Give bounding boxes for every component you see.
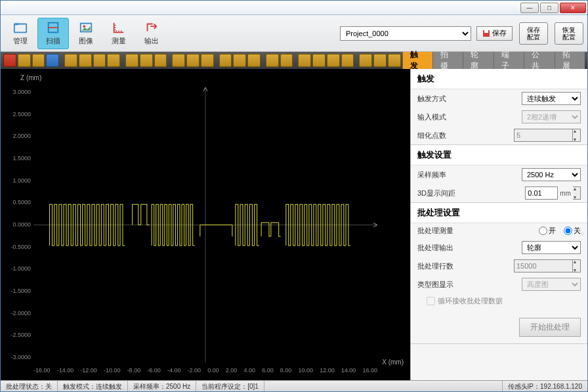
restore-config-button[interactable]: 恢复 配置 bbox=[555, 22, 583, 45]
batch-output-select[interactable]: 轮廓 bbox=[522, 241, 581, 254]
batch-section-title: 批处理设置 bbox=[411, 203, 587, 223]
loop-checkbox bbox=[427, 297, 435, 305]
tool-25[interactable] bbox=[373, 54, 387, 67]
refine-spinner bbox=[573, 129, 581, 142]
maximize-button[interactable]: □ bbox=[540, 3, 558, 13]
statusbar: 批处理状态：关 触发模式：连续触发 采样频率：2500 Hz 当前程序设定：[0… bbox=[1, 380, 587, 392]
input-mode-select: 2相2递增 bbox=[522, 110, 581, 123]
side-panel: 触发 触发方式 连续触发 输入模式 2相2递增 细化点数 触发设置 采样频率 2… bbox=[410, 69, 587, 380]
svg-rect-0 bbox=[14, 24, 26, 33]
titlebar: — □ ✕ bbox=[1, 1, 587, 15]
status-batch: 批处理状态：关 bbox=[1, 381, 58, 392]
rows-spinner bbox=[573, 259, 581, 272]
status-program: 当前程序设定：[0]1 bbox=[196, 381, 264, 392]
tab-profile[interactable]: 轮廓 bbox=[463, 52, 493, 69]
tool-15[interactable] bbox=[219, 54, 232, 67]
tool-3[interactable] bbox=[32, 54, 45, 67]
output-button[interactable]: 输出 bbox=[136, 18, 167, 49]
scan-button[interactable]: 扫描 bbox=[37, 18, 69, 49]
svg-rect-6 bbox=[484, 30, 488, 33]
tab-extend[interactable]: 拓展 bbox=[555, 52, 585, 69]
manage-label: 管理 bbox=[13, 36, 28, 46]
toolstrip: 触发 拍摄 轮廓 端子 公共 拓展 bbox=[1, 52, 587, 69]
sample-rate-select[interactable]: 2500 Hz bbox=[522, 168, 581, 181]
tool-1[interactable] bbox=[3, 54, 16, 67]
tool-2[interactable] bbox=[18, 54, 31, 67]
close-button[interactable]: ✕ bbox=[560, 3, 586, 13]
status-ip: 传感头IP：192.168.1.120 bbox=[502, 381, 587, 392]
image-button[interactable]: 图像 bbox=[70, 18, 102, 49]
project-select[interactable]: Project_0000 bbox=[340, 26, 471, 41]
tool-14[interactable] bbox=[201, 54, 214, 67]
floppy-icon bbox=[482, 30, 490, 37]
tool-16[interactable] bbox=[233, 54, 246, 67]
tool-11[interactable] bbox=[154, 54, 167, 67]
disp-spinner[interactable] bbox=[573, 186, 581, 200]
x-ticks: -16.00-14.00-12.00-10.00-8.00-6.00-4.00-… bbox=[33, 367, 377, 374]
measure-label: 测量 bbox=[112, 36, 126, 46]
tool-8[interactable] bbox=[107, 54, 120, 67]
ribbon: 管理 扫描 图像 测量 输出 Project_0000 保存 保存 配置 恢复 … bbox=[1, 15, 587, 52]
tool-12[interactable] bbox=[172, 54, 185, 67]
svg-point-4 bbox=[83, 25, 85, 28]
scan-label: 扫描 bbox=[46, 36, 60, 46]
tool-13[interactable] bbox=[186, 54, 200, 67]
tool-22[interactable] bbox=[327, 54, 340, 67]
plot-area[interactable]: Z (mm) X (mm) 3.00002.50002.00001.50001.… bbox=[1, 69, 410, 380]
minimize-button[interactable]: — bbox=[520, 3, 539, 13]
export-icon bbox=[144, 20, 159, 35]
image-label: 图像 bbox=[79, 36, 93, 46]
type-display-select: 高度图 bbox=[522, 278, 581, 291]
save-button[interactable]: 保存 bbox=[476, 26, 513, 41]
tool-19[interactable] bbox=[280, 54, 293, 67]
status-sample: 采样频率：2500 Hz bbox=[128, 381, 196, 392]
display-interval-input[interactable] bbox=[525, 186, 558, 200]
tab-capture[interactable]: 拍摄 bbox=[432, 52, 463, 69]
tool-21[interactable] bbox=[312, 54, 326, 67]
manage-button[interactable]: 管理 bbox=[5, 18, 36, 49]
batch-off-radio[interactable]: 关 bbox=[564, 226, 581, 236]
trigger-section-title: 触发 bbox=[411, 69, 587, 89]
tool-4[interactable] bbox=[46, 54, 59, 67]
folder-icon bbox=[12, 20, 28, 35]
tool-26[interactable] bbox=[388, 54, 401, 67]
tool-20[interactable] bbox=[298, 54, 311, 67]
ruler-icon bbox=[111, 20, 127, 35]
tool-10[interactable] bbox=[140, 54, 153, 67]
tool-6[interactable] bbox=[79, 54, 92, 67]
y-ticks: 3.00002.50002.00001.50001.00000.50000.00… bbox=[5, 89, 31, 360]
tab-common[interactable]: 公共 bbox=[524, 52, 554, 69]
tool-24[interactable] bbox=[359, 54, 372, 67]
measure-button[interactable]: 测量 bbox=[103, 18, 135, 49]
tool-7[interactable] bbox=[93, 54, 106, 67]
trigger-settings-title: 触发设置 bbox=[411, 145, 587, 165]
plot-svg bbox=[33, 87, 377, 362]
status-trigger: 触发模式：连续触发 bbox=[58, 381, 128, 392]
x-axis-label: X (mm) bbox=[382, 359, 404, 366]
tab-trigger[interactable]: 触发 bbox=[402, 52, 432, 69]
y-axis-label: Z (mm) bbox=[20, 74, 41, 81]
tool-17[interactable] bbox=[247, 54, 261, 67]
batch-rows-input bbox=[514, 259, 573, 272]
start-batch-button: 开始批处理 bbox=[519, 318, 581, 337]
image-icon bbox=[78, 20, 94, 35]
trigger-mode-select[interactable]: 连续触发 bbox=[522, 92, 581, 105]
tool-18[interactable] bbox=[266, 54, 279, 67]
batch-on-radio[interactable]: 开 bbox=[539, 226, 556, 236]
tab-terminal[interactable]: 端子 bbox=[494, 52, 524, 69]
output-label: 输出 bbox=[144, 36, 159, 46]
tool-23[interactable] bbox=[341, 54, 354, 67]
save-config-button[interactable]: 保存 配置 bbox=[519, 22, 548, 45]
scan-icon bbox=[45, 20, 61, 35]
refine-points-input bbox=[514, 129, 573, 142]
tool-5[interactable] bbox=[64, 54, 77, 67]
tool-9[interactable] bbox=[125, 54, 138, 67]
